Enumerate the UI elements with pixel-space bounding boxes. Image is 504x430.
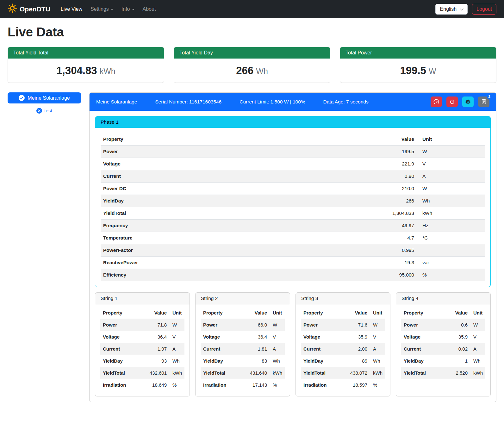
table-row: YieldTotal438.072kWh — [301, 367, 385, 379]
unit-cell: A — [417, 170, 485, 183]
header-value: Value — [247, 307, 270, 319]
table-header: Property Value Unit — [101, 133, 485, 146]
event-log-button[interactable]: 2 — [478, 97, 489, 107]
unit-cell: A — [370, 343, 385, 355]
unit-cell: Wh — [470, 355, 485, 367]
inverter-select-label: Meine Solaranlage — [28, 95, 70, 101]
property-cell: YieldTotal — [101, 207, 376, 220]
property-cell: YieldTotal — [100, 367, 147, 379]
phase-card-title: Phase 1 — [95, 116, 490, 128]
table-row: YieldDay1Wh — [401, 355, 485, 367]
table-row: YieldDay93Wh — [100, 355, 184, 367]
inverter-card-body: Phase 1 Property Value Unit Power199.5WV… — [90, 111, 496, 402]
nav-info[interactable]: Info — [117, 4, 139, 15]
event-count-badge: 2 — [487, 94, 492, 99]
table-header: Property Value Unit — [301, 307, 385, 319]
content-row: Meine Solaranlage test Meine Solaranlage… — [8, 92, 496, 402]
header-value: Value — [348, 307, 370, 319]
value-cell: 438.072 — [348, 367, 370, 379]
inverter-data-age: Data Age: 7 seconds — [323, 99, 369, 105]
card-unit: W — [429, 67, 436, 76]
header-unit: Unit — [169, 307, 184, 319]
header-value: Value — [449, 307, 470, 319]
unit-cell: °C — [417, 232, 485, 244]
table-row: YieldDay266Wh — [101, 195, 485, 207]
value-cell: 83 — [247, 355, 270, 367]
table-row: Current1.97A — [100, 343, 184, 355]
summary-cards-row: Total Yield Total 1,304.83kWh Total Yiel… — [8, 47, 496, 83]
value-cell: 71.8 — [147, 319, 169, 331]
value-cell: 4.7 — [376, 232, 417, 244]
property-cell: YieldDay — [201, 355, 247, 367]
table-row: YieldDay83Wh — [201, 355, 285, 367]
property-cell: YieldDay — [100, 355, 147, 367]
property-cell: Irradiation — [100, 379, 147, 391]
unit-cell: A — [470, 343, 485, 355]
property-cell: Power — [100, 319, 147, 331]
unit-cell: % — [270, 379, 285, 391]
language-select[interactable]: English — [435, 4, 468, 15]
string-card-1: String 1 Property Value Unit — [95, 292, 190, 396]
sidebar-item-test[interactable]: test — [8, 108, 81, 114]
inverter-serial: Serial Number: 116171603546 — [155, 99, 221, 105]
device-info-button[interactable] — [462, 97, 474, 107]
property-cell: Irradiation — [301, 379, 348, 391]
table-row: Irradiation18.649% — [100, 379, 184, 391]
x-circle-icon — [36, 108, 42, 114]
power-control-button[interactable] — [446, 97, 458, 107]
string-table-body: Power71.8WVoltage36.4VCurrent1.97AYieldD… — [100, 319, 184, 391]
inverter-actions: 2 — [431, 97, 489, 107]
logout-button[interactable]: Logout — [472, 4, 496, 15]
property-cell: PowerFactor — [101, 244, 376, 257]
value-cell: 35.9 — [449, 331, 470, 343]
value-cell: 18.597 — [348, 379, 370, 391]
value-cell: 1 — [449, 355, 470, 367]
table-header-row: Property Value Unit — [100, 307, 184, 319]
header-unit: Unit — [417, 133, 485, 146]
unit-cell: Hz — [417, 220, 485, 232]
table-row: Frequency49.97Hz — [101, 220, 485, 232]
string-table-body: Power66.0WVoltage36.4VCurrent1.81AYieldD… — [201, 319, 285, 391]
string-card-title: String 3 — [296, 293, 390, 304]
value-cell: 89 — [348, 355, 370, 367]
table-row: Power199.5W — [101, 146, 485, 158]
value-cell: 19.3 — [376, 257, 417, 269]
table-row: Current0.90A — [101, 170, 485, 183]
nav-live-view[interactable]: Live View — [57, 4, 86, 15]
brand[interactable]: OpenDTU — [8, 3, 50, 15]
value-cell: 0.90 — [376, 170, 417, 183]
limit-settings-button[interactable] — [431, 97, 442, 107]
property-cell: Voltage — [401, 331, 449, 343]
table-header: Property Value Unit — [401, 307, 485, 319]
unit-cell: kWh — [370, 367, 385, 379]
property-cell: Irradiation — [201, 379, 247, 391]
inverter-name: Meine Solaranlage — [96, 99, 137, 105]
caret-down-icon — [111, 9, 113, 10]
value-cell: 49.97 — [376, 220, 417, 232]
inverter-limit: Current Limit: 1,500 W | 100% — [240, 99, 305, 105]
string-table-body: Power0.6WVoltage35.9VCurrent0.02AYieldDa… — [401, 319, 485, 379]
table-row: Current1.81A — [201, 343, 285, 355]
value-cell: 71.6 — [348, 319, 370, 331]
property-cell: Voltage — [301, 331, 348, 343]
string-card-title: String 4 — [396, 293, 490, 304]
brand-label: OpenDTU — [20, 5, 50, 13]
table-header-row: Property Value Unit — [301, 307, 385, 319]
table-row: Power71.8W — [100, 319, 184, 331]
property-cell: Current — [100, 343, 147, 355]
nav-about[interactable]: About — [139, 4, 160, 15]
property-cell: Power — [401, 319, 449, 331]
table-row: YieldTotal432.601kWh — [100, 367, 184, 379]
unit-cell: % — [169, 379, 184, 391]
nav-settings[interactable]: Settings — [86, 4, 117, 15]
table-row: Voltage36.4V — [201, 331, 285, 343]
unit-cell: W — [470, 319, 485, 331]
unit-cell: % — [370, 379, 385, 391]
value-cell: 1,304.833 — [376, 207, 417, 220]
card-total-yield-day: Total Yield Day 266Wh — [174, 47, 330, 83]
table-row: ReactivePower19.3var — [101, 257, 485, 269]
table-header-row: Property Value Unit — [201, 307, 285, 319]
sidebar-item-label: test — [44, 108, 52, 114]
inverter-select-button[interactable]: Meine Solaranlage — [8, 92, 81, 103]
journal-text-icon — [481, 99, 487, 104]
